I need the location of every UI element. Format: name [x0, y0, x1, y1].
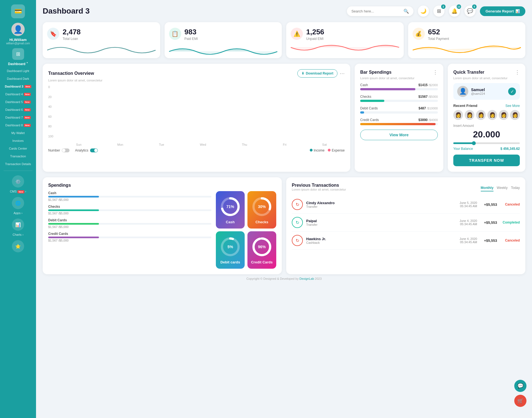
trans-status-cindy: Canceled	[500, 202, 520, 206]
transfer-now-button[interactable]: TRANSFER NOW	[453, 155, 520, 166]
quick-transfer-header: Quick Transfer ⋮	[453, 69, 520, 75]
stat-value-loan: 2,478	[63, 28, 81, 36]
trans-row-hawkins: ↻ Hawkins Jr. Cashback June 4, 2020 05:3…	[292, 232, 520, 250]
analytics-toggle-switch[interactable]	[90, 148, 98, 152]
sidebar-item-invoices[interactable]: Invoices	[0, 137, 36, 145]
tab-weekly[interactable]: Weekly	[497, 186, 508, 191]
sidebar-item-dashboard-dark[interactable]: Dashboard Dark	[0, 75, 36, 83]
stat-card-total-payment: 💰 652 Total Payment	[408, 22, 526, 58]
tab-group: Monthly Weekly Today	[481, 186, 520, 191]
transfer-now-label: TRANSFER NOW	[469, 158, 504, 163]
sidebar-item-dashboard-6[interactable]: Dashboard 6 New	[0, 106, 36, 114]
balance-value: $ 456,345.62	[500, 147, 520, 151]
sidebar-dashboard-label[interactable]: Dashboard ˅	[8, 62, 28, 66]
spendings-card: Spendings Cash $1,567 /$5,000 Checks $1,…	[43, 177, 282, 274]
grid-btn[interactable]: ⊞ 2	[433, 6, 444, 17]
download-report-label: Download Report	[306, 71, 333, 75]
svg-text:96%: 96%	[258, 245, 266, 249]
bar-spendings-title: Bar Spendings	[360, 70, 431, 75]
friend-avatar-4[interactable]: 👩	[487, 110, 497, 120]
stat-label-unpaid-emi: Unpaid EMI	[306, 37, 324, 41]
transfer-user-card: 👤 Samuel @sam224 ✓	[453, 83, 520, 100]
sidebar-item-dashboard-4[interactable]: Dashboard 4 New	[0, 90, 36, 98]
sidebar-item-dashboard-7[interactable]: Dashboard 7 New	[0, 114, 36, 121]
balance-row: Your Balance $ 456,345.62	[453, 147, 520, 151]
fab-cart[interactable]: 🛒	[514, 395, 526, 407]
stat-label-loan: Total Loan	[63, 37, 81, 41]
stat-icon-loan: 🔖	[47, 28, 59, 40]
friend-avatar-3[interactable]: 👩	[476, 110, 486, 120]
friend-avatar-6[interactable]: 👩	[510, 110, 520, 120]
sidebar-logo[interactable]: 💳	[11, 4, 25, 18]
number-toggle-switch[interactable]	[62, 148, 70, 152]
trans-name-paipal: Paipal	[306, 219, 452, 223]
trans-amount-paipal: +$5,553	[480, 220, 497, 225]
header: Dashboard 3 🔍 🌙 ⊞ 2 🔔 12 💬 5 Generate Re…	[43, 6, 525, 17]
trans-date-paipal: June 4, 2020 05:34:45 AM	[455, 219, 477, 226]
sidebar-charts-btn[interactable]: 📊	[12, 219, 24, 231]
sidebar-cms-btn[interactable]: ⚙️	[12, 175, 24, 188]
friend-avatar-1[interactable]: 👩	[453, 110, 463, 120]
amount-slider-knob[interactable]	[472, 141, 476, 145]
sidebar-item-my-wallet[interactable]: My Wallet	[0, 129, 36, 137]
tab-monthly[interactable]: Monthly	[481, 186, 493, 191]
sidebar-apps-btn[interactable]: 🌐	[12, 197, 24, 209]
spending-amount-credit: $3890	[418, 118, 428, 122]
amount-slider-track[interactable]	[453, 142, 520, 144]
chart-bars	[58, 85, 345, 138]
badge-new-4: New	[24, 93, 30, 96]
sidebar-item-dashboard-light[interactable]: Dashboard Light	[0, 67, 36, 75]
sidebar-dashboard-icon[interactable]: ⊞	[12, 48, 24, 60]
more-options-btn[interactable]: ⋯	[340, 70, 345, 76]
chat-btn[interactable]: 💬 5	[464, 6, 475, 17]
bell-btn[interactable]: 🔔 12	[449, 6, 460, 17]
donut-debit: 5% Debit cards	[216, 231, 245, 269]
transaction-overview-header: Transaction Overview ⬇ Download Report ⋯	[48, 69, 345, 78]
badge-new-3: New	[24, 85, 31, 88]
moon-btn[interactable]: 🌙	[418, 6, 429, 17]
number-toggle[interactable]: Number	[48, 148, 70, 152]
quick-transfer-more-btn[interactable]: ⋮	[515, 69, 520, 75]
bar-spendings-more-btn[interactable]: ⋮	[433, 69, 438, 75]
quick-transfer-card: Quick Transfer ⋮ Lorem ipsum dolor sit a…	[448, 64, 525, 172]
trans-status-hawkins: Canceled	[500, 239, 520, 242]
prev-trans-subtitle: Lorem ipsum dolor sit amet, consectetur	[292, 188, 346, 191]
see-more-link[interactable]: See More	[505, 104, 520, 108]
footer: Copyright © Designed & Developed by Dexi…	[43, 277, 525, 283]
download-report-button[interactable]: ⬇ Download Report	[297, 69, 337, 78]
analytics-label: Analytics	[75, 148, 88, 152]
trans-name-hawkins: Hawkins Jr.	[306, 237, 452, 241]
sidebar-item-dashboard-8[interactable]: Dashboard 8 New	[0, 121, 36, 129]
sidebar-item-dashboard-3[interactable]: Dashboard 3 New	[0, 83, 36, 90]
transfer-check-icon[interactable]: ✓	[508, 88, 516, 95]
spendings-list-checks: Checks $1,567 /$5,000	[48, 205, 211, 215]
transfer-avatar: 👤	[457, 86, 468, 97]
spending-total-credit: /$4000	[428, 118, 438, 122]
generate-report-button[interactable]: Generate Report 📊	[480, 6, 525, 16]
sidebar-item-dashboard-5[interactable]: Dashboard 5 New	[0, 98, 36, 106]
spendings-list-debit: Debit Cards $1,567 /$5,000	[48, 218, 211, 229]
friend-avatar-5[interactable]: 👩	[499, 110, 508, 120]
donut-svg-credit: 96%	[251, 236, 273, 258]
footer-link[interactable]: DexignLab	[300, 277, 314, 280]
sidebar-favorites-btn[interactable]: ⭐	[12, 240, 24, 252]
sidebar-item-transaction[interactable]: Transaction	[0, 152, 36, 160]
friend-avatar-2[interactable]: 👩	[465, 110, 474, 120]
view-more-button[interactable]: View More	[360, 130, 438, 140]
footer-text: Copyright © Designed & Developed by	[246, 277, 299, 280]
spending-row-checks: Checks $1567 /$5000	[360, 95, 438, 102]
fab-support[interactable]: 💬	[514, 380, 526, 392]
transaction-chart: 100806040200	[48, 85, 345, 146]
stat-icon-unpaid-emi: ⚠️	[291, 28, 303, 40]
view-more-label: View More	[390, 133, 409, 137]
tab-today[interactable]: Today	[511, 186, 520, 191]
spending-amount-checks: $1567	[418, 95, 428, 99]
trans-icon-hawkins: ↻	[292, 235, 303, 246]
search-bar[interactable]: 🔍	[347, 6, 413, 16]
svg-text:71%: 71%	[226, 204, 234, 209]
sidebar-item-transaction-details[interactable]: Transaction Details	[0, 160, 36, 168]
donut-credit: 96% Credit Cards	[247, 231, 276, 269]
analytics-toggle[interactable]: Analytics	[75, 148, 98, 152]
search-input[interactable]	[351, 9, 401, 13]
sidebar-item-cards-center[interactable]: Cards Center	[0, 145, 36, 152]
